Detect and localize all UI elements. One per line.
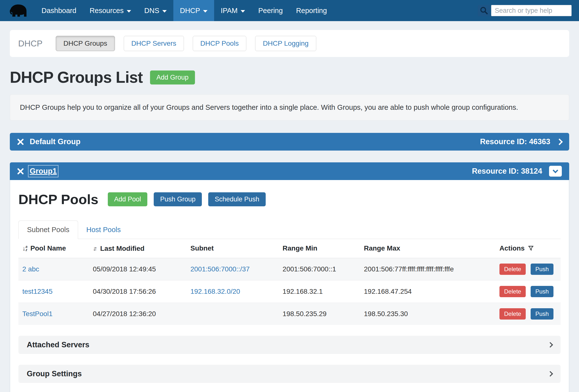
dhcp-subnav: DHCP DHCP Groups DHCP Servers DHCP Pools…: [10, 30, 569, 57]
delete-button[interactable]: Delete: [500, 286, 526, 297]
nav-item-label: IPAM: [221, 7, 238, 15]
subnet-pools-table: ↓az Pool Name ↓↑ Last Modified Subnet Ra…: [18, 239, 561, 325]
chevron-down-icon: [241, 10, 245, 12]
global-search: [478, 0, 579, 21]
nav-item-label: Dashboard: [42, 7, 76, 15]
table-header-row: ↓az Pool Name ↓↑ Last Modified Subnet Ra…: [18, 239, 561, 258]
col-last-modified[interactable]: ↓↑ Last Modified: [89, 239, 186, 258]
search-icon[interactable]: [478, 5, 490, 16]
add-group-button[interactable]: Add Group: [150, 71, 195, 84]
subnav-label: DHCP: [18, 39, 43, 48]
tab-dhcp-servers[interactable]: DHCP Servers: [124, 36, 184, 51]
delete-button[interactable]: Delete: [500, 264, 526, 275]
nav-item-label: DHCP: [180, 7, 200, 15]
delete-button[interactable]: Delete: [500, 308, 526, 319]
push-button[interactable]: Push: [531, 286, 553, 297]
chevron-right-icon[interactable]: [556, 139, 563, 145]
filter-icon[interactable]: [528, 245, 534, 251]
nav-item-ipam[interactable]: IPAM: [214, 0, 252, 21]
page-title: DHCP Groups List: [10, 68, 143, 86]
push-button[interactable]: Push: [531, 264, 553, 275]
range-min-cell: 2001:506:7000::1: [279, 258, 360, 280]
tab-dhcp-pools[interactable]: DHCP Pools: [193, 36, 247, 51]
pools-header: DHCP Pools Add Pool Push Group Schedule …: [18, 191, 561, 207]
nav-item-label: Resources: [90, 7, 124, 15]
accordion-label: Group Settings: [27, 369, 82, 378]
nav-item-peering[interactable]: Peering: [252, 0, 290, 21]
col-pool-name[interactable]: ↓az Pool Name: [18, 239, 89, 258]
brand-logo[interactable]: [0, 0, 35, 21]
accordion-attached-servers[interactable]: Attached Servers: [18, 336, 561, 354]
range-max-cell: 198.50.235.30: [360, 303, 496, 325]
last-modified-cell: 04/27/2018 12:36:20: [89, 303, 186, 325]
sort-alpha-icon[interactable]: ↓az: [22, 245, 27, 251]
resource-id: Resource ID: 46363: [480, 137, 550, 146]
range-min-cell: 198.50.235.29: [279, 303, 360, 325]
push-button[interactable]: Push: [531, 308, 553, 319]
col-range-max: Range Max: [360, 239, 496, 258]
pool-name-link[interactable]: test12345: [22, 288, 53, 295]
chevron-down-icon: [162, 10, 167, 12]
chevron-down-icon: [203, 10, 208, 12]
nav-item-dns[interactable]: DNS: [138, 0, 173, 21]
subnet-link[interactable]: 192.168.32.0/20: [190, 288, 240, 295]
add-pool-button[interactable]: Add Pool: [108, 192, 147, 206]
top-navbar: Dashboard Resources DNS DHCP IPAM Peerin…: [0, 0, 579, 21]
nav-item-dashboard[interactable]: Dashboard: [35, 0, 83, 21]
col-range-min: Range Min: [279, 239, 360, 258]
tab-subnet-pools[interactable]: Subnet Pools: [18, 221, 78, 239]
accordion-group-settings[interactable]: Group Settings: [18, 365, 561, 383]
page-header: DHCP Groups List Add Group: [10, 68, 569, 86]
tab-host-pools[interactable]: Host Pools: [78, 221, 129, 239]
group-name-link[interactable]: Group1: [30, 167, 57, 176]
table-row: TestPool1 04/27/2018 12:36:20 198.50.235…: [18, 303, 561, 325]
group-bar-default-group[interactable]: Default Group Resource ID: 46363: [10, 133, 569, 151]
search-input[interactable]: [491, 5, 572, 16]
accordion-label: Attached Servers: [27, 340, 89, 349]
last-modified-cell: 05/09/2018 12:49:45: [89, 258, 186, 280]
group-bar-group1[interactable]: Group1 Resource ID: 38124: [10, 162, 569, 180]
nav-item-reporting[interactable]: Reporting: [290, 0, 334, 21]
pools-title: DHCP Pools: [18, 191, 98, 207]
sort-icon[interactable]: ↓↑: [93, 245, 97, 252]
schedule-push-button[interactable]: Schedule Push: [208, 192, 266, 206]
resource-id: Resource ID: 38124: [472, 167, 542, 176]
subnet-link[interactable]: 2001:506:7000::/37: [190, 265, 249, 273]
nav-item-label: Peering: [258, 7, 283, 15]
col-actions: Actions: [496, 239, 561, 258]
last-modified-cell: 04/30/2018 17:56:26: [89, 280, 186, 303]
page-description: DHCP Groups help you to organize all of …: [10, 94, 569, 121]
table-row: test12345 04/30/2018 17:56:26 192.168.32…: [18, 280, 561, 303]
table-row: 2 abc 05/09/2018 12:49:45 2001:506:7000:…: [18, 258, 561, 280]
group-panel-group1: Group1 Resource ID: 38124 DHCP Pools Add…: [10, 162, 569, 392]
range-max-cell: 2001:506:77ff:ffff:ffff:ffff:ffff:fffe: [360, 258, 496, 280]
nav-item-label: Reporting: [296, 7, 327, 15]
remove-group-icon[interactable]: [17, 168, 24, 175]
chevron-right-icon: [548, 371, 553, 377]
push-group-button[interactable]: Push Group: [154, 192, 202, 206]
nav-item-resources[interactable]: Resources: [83, 0, 138, 21]
range-max-cell: 192.168.47.254: [360, 280, 496, 303]
elephant-logo-icon: [9, 3, 27, 18]
group-name: Default Group: [30, 137, 80, 146]
nav-item-dhcp[interactable]: DHCP: [173, 0, 214, 21]
tab-dhcp-groups[interactable]: DHCP Groups: [56, 36, 115, 51]
range-min-cell: 192.168.32.1: [279, 280, 360, 303]
remove-group-icon[interactable]: [17, 139, 24, 145]
chevron-right-icon: [548, 342, 553, 348]
col-subnet: Subnet: [186, 239, 279, 258]
collapse-toggle-icon[interactable]: [549, 166, 562, 177]
pool-name-link[interactable]: TestPool1: [22, 310, 53, 317]
chevron-down-icon: [127, 10, 131, 12]
tab-dhcp-logging[interactable]: DHCP Logging: [255, 36, 316, 51]
nav-item-label: DNS: [145, 7, 159, 15]
pool-name-link[interactable]: 2 abc: [22, 265, 39, 273]
pool-tabs: Subnet Pools Host Pools: [18, 221, 561, 239]
group-panel-body: DHCP Pools Add Pool Push Group Schedule …: [10, 180, 569, 392]
